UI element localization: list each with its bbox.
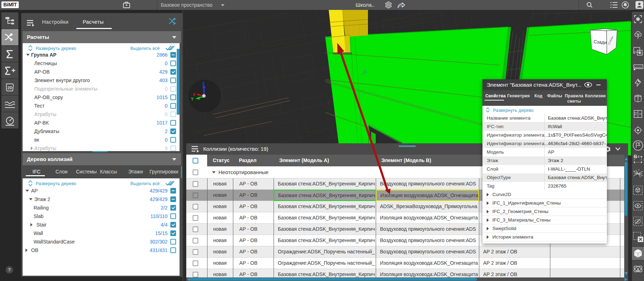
svg-text:Z: Z	[202, 81, 205, 86]
svg-text:X: X	[193, 93, 195, 97]
svg-text:1: 1	[633, 170, 635, 172]
svg-text:2: 2	[638, 169, 640, 171]
svg-text:1: 1	[638, 154, 639, 158]
svg-text:Сзади: Сзади	[593, 39, 607, 45]
svg-text:Y: Y	[191, 97, 194, 102]
svg-text:2D: 2D	[7, 86, 12, 90]
